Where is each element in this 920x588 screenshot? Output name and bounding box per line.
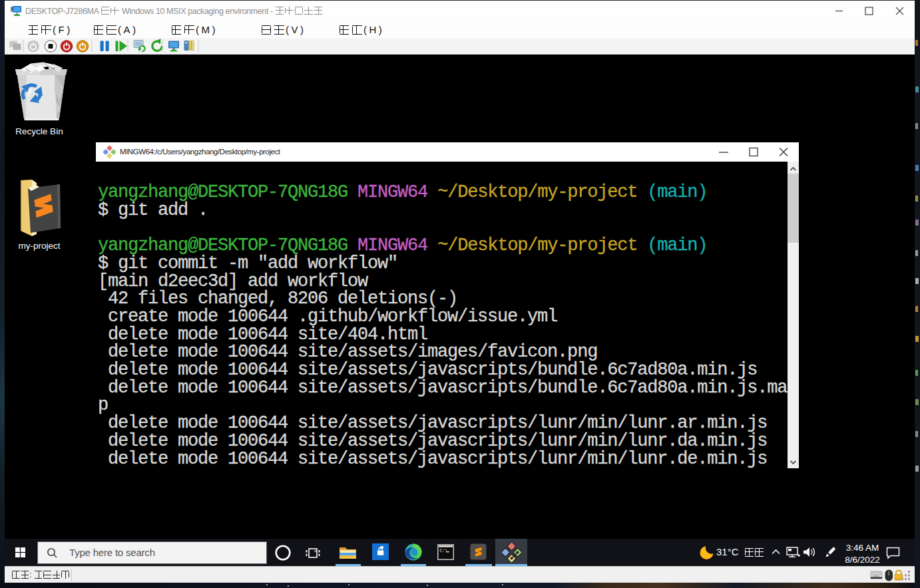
svg-text:C:\: C:\ <box>440 549 448 553</box>
